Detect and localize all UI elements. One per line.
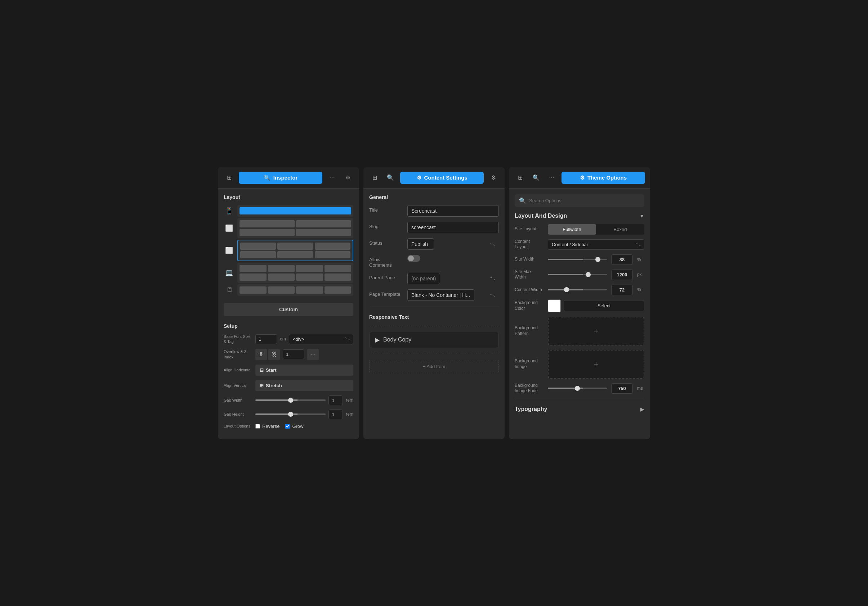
layout-grid-3col[interactable]: [237, 240, 353, 261]
base-font-tag-select[interactable]: <div>: [289, 334, 353, 345]
boxed-tab[interactable]: Boxed: [596, 224, 644, 235]
bg-image-fade-slider[interactable]: [548, 388, 607, 389]
parent-select[interactable]: (no parent): [408, 273, 440, 284]
bg-color-select-button[interactable]: Select: [564, 300, 644, 311]
overflow-label: Overflow & Z-Index: [224, 349, 253, 360]
grid-cell: [296, 220, 351, 227]
align-v-label: Align Vertical: [224, 383, 253, 388]
grow-checkbox[interactable]: [285, 424, 290, 428]
typography-title: Typography: [515, 406, 547, 413]
grid-cell: [240, 286, 267, 294]
template-select[interactable]: Blank - No Container | H...: [408, 289, 474, 301]
desktop-icon[interactable]: 🖥: [224, 286, 234, 294]
align-h-label: Align Horizontal: [224, 367, 253, 373]
bg-image-upload[interactable]: +: [548, 350, 644, 379]
layout-design-header: Layout And Design ▼: [515, 213, 644, 219]
grid-cell: [240, 207, 351, 215]
custom-button[interactable]: Custom: [224, 303, 353, 316]
site-width-unit: %: [637, 257, 644, 262]
layout-options-checkboxes: Reverse Grow: [255, 424, 303, 429]
theme-options-header: ⊞ 🔍 ⋯ ⚙ Theme Options: [509, 167, 650, 189]
theme-search-icon[interactable]: 🔍: [530, 172, 542, 184]
comments-label: Allow Comments: [369, 255, 401, 268]
grid-cell: [240, 220, 294, 227]
site-max-width-slider[interactable]: [548, 274, 607, 275]
site-width-input[interactable]: [611, 254, 633, 265]
grow-option[interactable]: Grow: [285, 424, 303, 429]
site-layout-label: Site Layout: [515, 226, 544, 232]
content-width-slider[interactable]: [548, 289, 607, 291]
theme-nodes-icon[interactable]: ⋯: [546, 172, 558, 184]
base-font-row: Base Font Size & Tag em <div>: [224, 334, 353, 345]
parent-field: Parent Page (no parent): [369, 273, 499, 284]
title-input[interactable]: [408, 205, 499, 216]
layout-grid-desktop[interactable]: [237, 284, 353, 296]
body-copy-row[interactable]: ▶ Body Copy: [369, 332, 499, 348]
reverse-option[interactable]: Reverse: [255, 424, 279, 429]
add-item-button[interactable]: + Add Item: [369, 360, 499, 373]
site-width-slider[interactable]: [548, 259, 607, 260]
more-icon[interactable]: ⋯: [307, 349, 319, 360]
eye-icon[interactable]: 👁: [255, 349, 267, 360]
inspector-nodes-icon[interactable]: ⋯: [326, 172, 338, 184]
typography-expand-icon[interactable]: ▶: [640, 406, 644, 412]
color-swatch[interactable]: [548, 299, 561, 312]
laptop-icon[interactable]: 💻: [224, 269, 234, 277]
base-font-input[interactable]: [255, 334, 277, 344]
content-width-input[interactable]: [611, 284, 633, 295]
desktop-sm-icon[interactable]: ⬜: [224, 246, 234, 254]
site-max-width-input[interactable]: [611, 269, 633, 280]
link-icon[interactable]: ⛓: [268, 349, 280, 360]
tablet-icon[interactable]: ⬜: [224, 224, 234, 232]
site-max-width-row: Site Max Width px: [515, 269, 644, 280]
align-stretch-icon: ⊞: [260, 383, 264, 388]
align-h-button[interactable]: ⊟ Start: [255, 365, 353, 376]
grid-cell: [240, 274, 267, 281]
collapse-icon[interactable]: ▼: [639, 213, 644, 219]
mobile-icon[interactable]: 📱: [224, 207, 234, 215]
gap-width-slider[interactable]: [255, 399, 326, 401]
comments-toggle[interactable]: [408, 255, 420, 262]
z-index-input[interactable]: [283, 349, 304, 359]
theme-options-button[interactable]: ⚙ Theme Options: [561, 172, 645, 184]
bg-image-fade-input[interactable]: [611, 383, 633, 394]
reverse-label: Reverse: [262, 424, 279, 429]
gap-height-unit: rem: [346, 412, 353, 417]
layout-grid-1col[interactable]: [237, 205, 353, 216]
bg-image-fade-unit: ms: [637, 386, 644, 391]
body-copy-label: Body Copy: [383, 337, 411, 343]
slug-input[interactable]: [408, 222, 499, 233]
bg-pattern-row: Background Pattern +: [515, 317, 644, 345]
layout-grid-4col[interactable]: [237, 263, 353, 283]
content-gear-icon[interactable]: ⚙: [487, 172, 499, 184]
content-grid-icon[interactable]: ⊞: [369, 172, 381, 184]
layout-options-label: Layout Options: [224, 424, 253, 428]
align-v-button[interactable]: ⊞ Stretch: [255, 380, 353, 391]
slug-field: Slug: [369, 222, 499, 233]
inspector-gear-icon[interactable]: ⚙: [342, 172, 354, 184]
content-layout-select[interactable]: Content / Sidebar Full Width Sidebar / C…: [548, 239, 644, 250]
inspector-grid-icon[interactable]: ⊞: [223, 172, 235, 184]
gap-height-input[interactable]: [329, 410, 343, 419]
fullwidth-tab[interactable]: Fullwidth: [548, 224, 596, 235]
base-font-label: Base Font Size & Tag: [224, 334, 253, 345]
status-select[interactable]: Publish Draft Pending: [408, 238, 434, 250]
typography-row[interactable]: Typography ▶: [515, 406, 644, 413]
divider-dashed-2: [369, 354, 499, 354]
search-options-input[interactable]: [529, 198, 640, 203]
template-field: Page Template Blank - No Container | H..…: [369, 289, 499, 301]
layout-grid-2col[interactable]: [237, 218, 353, 238]
content-search-icon[interactable]: 🔍: [384, 172, 397, 184]
gap-width-input[interactable]: [329, 396, 343, 405]
inspector-button[interactable]: 🔍 Inspector: [239, 172, 322, 184]
gap-height-slider[interactable]: [255, 413, 326, 415]
status-label: Status: [369, 238, 401, 246]
theme-grid-icon[interactable]: ⊞: [514, 172, 526, 184]
bg-pattern-upload[interactable]: +: [548, 317, 644, 345]
content-settings-button[interactable]: ⚙ Content Settings: [400, 172, 484, 184]
grid-cell: [240, 251, 276, 258]
inspector-panel: ⊞ 🔍 Inspector ⋯ ⚙ Layout 📱 ⬜: [218, 167, 359, 439]
content-width-label: Content Width: [515, 287, 544, 293]
bg-image-fade-label: Background Image Fade: [515, 383, 544, 394]
reverse-checkbox[interactable]: [255, 424, 260, 428]
